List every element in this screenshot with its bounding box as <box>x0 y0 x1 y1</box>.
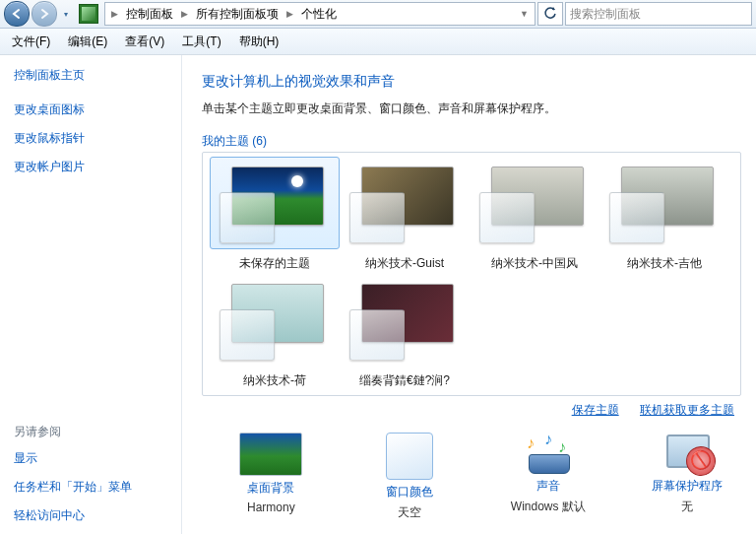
breadcrumb-bar[interactable]: ▶ 控制面板 ▶ 所有控制面板项 ▶ 个性化 ▼ <box>104 2 536 26</box>
window-color-swatch <box>220 309 275 361</box>
refresh-button[interactable] <box>537 2 563 26</box>
theme-name: 纳米技术-吉他 <box>600 255 728 272</box>
theme-item[interactable]: 未保存的主题 <box>211 163 339 272</box>
sound-button[interactable]: ♪♪♪ 声音 Windows 默认 <box>479 433 618 521</box>
theme-name: 纳米技术-Guist <box>341 255 469 272</box>
desktop-background-button[interactable]: 桌面背景 Harmony <box>202 433 341 521</box>
chevron-right-icon: ▶ <box>283 3 297 25</box>
window-color-thumb <box>386 433 433 480</box>
themes-group: 未保存的主题 纳米技术-Guist 纳米技术-中国风 纳米技术-吉他 纳米技术-… <box>202 152 741 396</box>
setting-label: 屏幕保护程序 <box>617 478 756 495</box>
setting-value: 无 <box>617 499 756 515</box>
menu-bar: 文件(F) 编辑(E) 查看(V) 工具(T) 帮助(H) <box>0 29 756 55</box>
theme-item[interactable]: 纳米技术-荷 <box>211 280 339 389</box>
search-placeholder: 搜索控制面板 <box>570 6 641 23</box>
window-color-swatch <box>479 192 535 243</box>
sidebar-link-cursor[interactable]: 更改鼠标指针 <box>14 130 181 147</box>
forward-button[interactable] <box>32 1 57 27</box>
page-heading: 更改计算机上的视觉效果和声音 <box>202 73 756 91</box>
theme-name: 纳米技术-荷 <box>211 372 339 389</box>
theme-name: 未保存的主题 <box>211 255 339 272</box>
theme-item[interactable]: 缁奏背錆€鏈?涧? <box>341 280 469 389</box>
sidebar: 控制面板主页 更改桌面图标 更改鼠标指针 更改帐户图片 另请参阅 显示 任务栏和… <box>0 55 182 534</box>
breadcrumb-segment[interactable]: 所有控制面板项 <box>192 3 283 25</box>
address-toolbar: ▾ ▶ 控制面板 ▶ 所有控制面板项 ▶ 个性化 ▼ 搜索控制面板 <box>0 0 756 29</box>
screensaver-icon: 🚫 <box>662 433 712 474</box>
control-panel-icon <box>79 4 98 24</box>
chevron-right-icon: ▶ <box>107 3 122 25</box>
content-pane: 更改计算机上的视觉效果和声音 单击某个主题立即更改桌面背景、窗口颜色、声音和屏幕… <box>182 55 756 534</box>
page-desc: 单击某个主题立即更改桌面背景、窗口颜色、声音和屏幕保护程序。 <box>202 100 756 117</box>
menu-help[interactable]: 帮助(H) <box>231 31 287 53</box>
setting-label: 声音 <box>479 478 618 495</box>
sidebar-link-account-pic[interactable]: 更改帐户图片 <box>14 159 181 175</box>
sound-icon: ♪♪♪ <box>523 433 574 474</box>
see-also-ease[interactable]: 轻松访问中心 <box>14 507 181 524</box>
nav-history-dropdown[interactable]: ▾ <box>59 2 73 26</box>
setting-value: Harmony <box>202 501 341 514</box>
see-also-taskbar[interactable]: 任务栏和「开始」菜单 <box>14 479 181 496</box>
setting-value: 天空 <box>341 504 479 521</box>
save-theme-link[interactable]: 保存主题 <box>572 403 619 417</box>
search-input[interactable]: 搜索控制面板 <box>565 2 752 26</box>
desktop-bg-thumb <box>239 433 302 476</box>
settings-row: 桌面背景 Harmony 窗口颜色 天空 ♪♪♪ 声音 Windows 默认 🚫 <box>202 429 756 521</box>
menu-view[interactable]: 查看(V) <box>117 31 172 53</box>
back-button[interactable] <box>4 1 30 27</box>
arrow-left-icon <box>11 8 23 20</box>
window-color-button[interactable]: 窗口颜色 天空 <box>341 433 479 521</box>
breadcrumb-segment[interactable]: 个性化 <box>297 3 341 25</box>
theme-item[interactable]: 纳米技术-吉他 <box>600 163 728 272</box>
setting-value: Windows 默认 <box>479 499 618 515</box>
window-color-swatch <box>349 309 405 361</box>
menu-edit[interactable]: 编辑(E) <box>60 31 115 53</box>
breadcrumb-dropdown[interactable]: ▼ <box>516 3 533 25</box>
get-more-themes-link[interactable]: 联机获取更多主题 <box>640 403 734 417</box>
theme-name: 缁奏背錆€鏈?涧? <box>341 372 469 389</box>
setting-label: 桌面背景 <box>202 480 341 497</box>
window-color-swatch <box>349 192 405 243</box>
sidebar-link-icons[interactable]: 更改桌面图标 <box>14 101 181 118</box>
arrow-right-icon <box>38 8 50 20</box>
theme-item[interactable]: 纳米技术-Guist <box>341 163 469 272</box>
screensaver-button[interactable]: 🚫 屏幕保护程序 无 <box>617 433 756 521</box>
setting-label: 窗口颜色 <box>341 484 479 501</box>
menu-tools[interactable]: 工具(T) <box>174 31 228 53</box>
see-also-header: 另请参阅 <box>14 424 181 440</box>
refresh-icon <box>543 7 557 21</box>
menu-file[interactable]: 文件(F) <box>4 31 58 53</box>
theme-item[interactable]: 纳米技术-中国风 <box>471 163 598 272</box>
sidebar-home[interactable]: 控制面板主页 <box>14 67 181 84</box>
window-color-swatch <box>609 192 664 243</box>
theme-name: 纳米技术-中国风 <box>471 255 598 272</box>
breadcrumb-segment[interactable]: 控制面板 <box>122 3 177 25</box>
see-also-display[interactable]: 显示 <box>14 450 181 467</box>
chevron-right-icon: ▶ <box>177 3 192 25</box>
themes-group-label: 我的主题 (6) <box>202 133 756 150</box>
window-color-swatch <box>220 192 275 243</box>
